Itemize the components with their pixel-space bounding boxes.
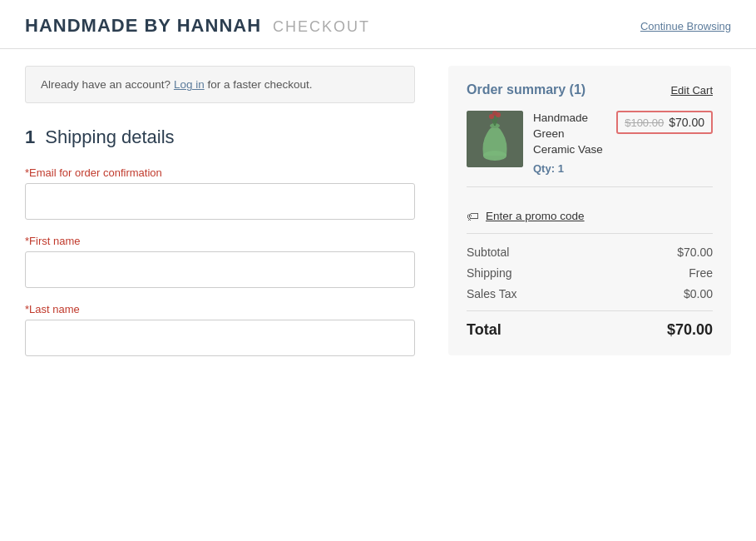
page-header: HANDMADE BY HANNAH CHECKOUT Continue Bro… bbox=[0, 0, 756, 49]
email-field-label: *Email for order confirmation bbox=[25, 166, 415, 179]
order-summary-panel: Order summary (1) Edit Cart bbox=[448, 66, 731, 355]
qty-label: Qty: bbox=[533, 162, 555, 175]
checkout-label: CHECKOUT bbox=[273, 18, 370, 36]
total-row: Total $70.00 bbox=[467, 321, 713, 339]
total-value: $70.00 bbox=[667, 321, 713, 339]
product-info: Handmade Green Ceramic Vase Qty: 1 bbox=[533, 111, 606, 175]
first-name-field-group: *First name bbox=[25, 235, 415, 288]
email-input[interactable] bbox=[25, 183, 415, 220]
last-name-input[interactable] bbox=[25, 320, 415, 356]
subtotal-label: Subtotal bbox=[467, 246, 509, 259]
header-branding: HANDMADE BY HANNAH CHECKOUT bbox=[25, 15, 370, 37]
email-field-group: *Email for order confirmation bbox=[25, 166, 415, 220]
main-content: Already have an account? Log in for a fa… bbox=[0, 49, 756, 388]
product-qty: Qty: 1 bbox=[533, 162, 606, 175]
first-name-input[interactable] bbox=[25, 251, 415, 288]
first-name-field-label: *First name bbox=[25, 235, 415, 247]
subtotal-value: $70.00 bbox=[677, 246, 713, 259]
section-title-text: Shipping details bbox=[45, 127, 174, 148]
price-wrapper: $100.00 $70.00 bbox=[616, 111, 713, 134]
last-name-field-group: *Last name bbox=[25, 303, 415, 356]
original-price: $100.00 bbox=[625, 117, 664, 129]
product-price: $100.00 $70.00 bbox=[616, 111, 713, 134]
shipping-section-title: 1 Shipping details bbox=[25, 127, 415, 148]
promo-code-link[interactable]: Enter a promo code bbox=[486, 210, 585, 222]
order-summary-header: Order summary (1) Edit Cart bbox=[467, 82, 713, 97]
product-image bbox=[467, 111, 523, 167]
product-row: Handmade Green Ceramic Vase Qty: 1 $100.… bbox=[467, 111, 713, 187]
promo-icon: 🏷 bbox=[467, 209, 479, 223]
sale-price: $70.00 bbox=[669, 116, 704, 129]
edit-cart-link[interactable]: Edit Cart bbox=[670, 84, 713, 97]
shipping-value: Free bbox=[689, 266, 713, 280]
total-label: Total bbox=[467, 321, 502, 339]
account-notice-text-before: Already have an account? bbox=[41, 78, 170, 91]
promo-code-row[interactable]: 🏷 Enter a promo code bbox=[467, 199, 713, 234]
qty-value: 1 bbox=[558, 162, 564, 175]
brand-name: HANDMADE BY HANNAH bbox=[25, 15, 261, 37]
product-name: Handmade Green Ceramic Vase bbox=[533, 111, 606, 158]
section-number: 1 bbox=[25, 127, 35, 148]
tax-value: $0.00 bbox=[684, 287, 713, 300]
subtotal-row: Subtotal $70.00 bbox=[467, 246, 713, 259]
tax-label: Sales Tax bbox=[467, 287, 516, 300]
svg-point-8 bbox=[492, 111, 497, 116]
tax-row: Sales Tax $0.00 bbox=[467, 287, 713, 300]
continue-browsing-link[interactable]: Continue Browsing bbox=[640, 20, 731, 32]
last-name-field-label: *Last name bbox=[25, 303, 415, 315]
order-summary-title: Order summary (1) bbox=[467, 82, 586, 97]
shipping-row: Shipping Free bbox=[467, 266, 713, 280]
account-notice-text-after: for a faster checkout. bbox=[207, 78, 312, 91]
account-notice: Already have an account? Log in for a fa… bbox=[25, 66, 415, 103]
shipping-label: Shipping bbox=[467, 266, 512, 280]
login-link[interactable]: Log in bbox=[174, 78, 205, 91]
left-column: Already have an account? Log in for a fa… bbox=[25, 66, 448, 371]
totals-divider bbox=[467, 310, 713, 311]
